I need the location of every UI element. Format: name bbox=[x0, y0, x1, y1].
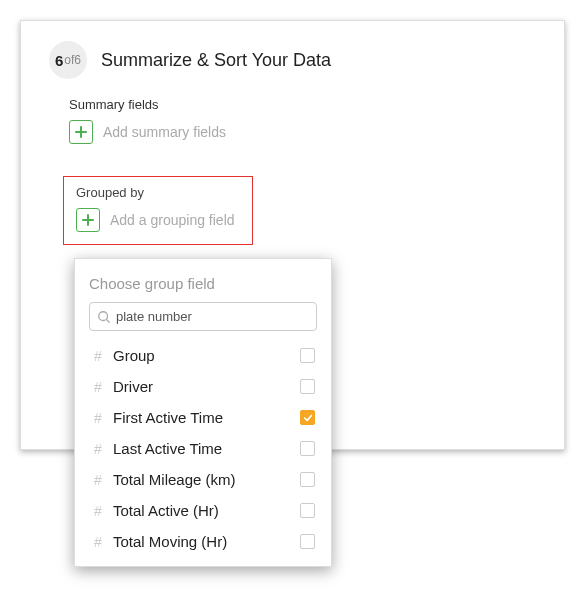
field-row[interactable]: #First Active Time bbox=[89, 403, 317, 432]
field-label: Driver bbox=[113, 378, 292, 395]
add-summary-row[interactable]: Add summary fields bbox=[69, 118, 536, 146]
field-row[interactable]: #Total Active (Hr) bbox=[89, 496, 317, 525]
search-wrap bbox=[89, 302, 317, 331]
plus-icon bbox=[75, 126, 87, 138]
field-label: Total Mileage (km) bbox=[113, 471, 292, 488]
hash-icon: # bbox=[91, 348, 105, 364]
field-checkbox[interactable] bbox=[300, 441, 315, 456]
field-row[interactable]: #Last Active Time bbox=[89, 434, 317, 463]
field-list: #Group#Driver#First Active Time#Last Act… bbox=[89, 341, 317, 556]
field-row[interactable]: #Total Moving (Hr) bbox=[89, 527, 317, 556]
summary-fields-label: Summary fields bbox=[69, 97, 536, 112]
field-checkbox[interactable] bbox=[300, 472, 315, 487]
search-icon bbox=[97, 310, 111, 324]
step-header: 6 of 6 Summarize & Sort Your Data bbox=[49, 41, 536, 79]
field-checkbox[interactable] bbox=[300, 379, 315, 394]
hash-icon: # bbox=[91, 472, 105, 488]
search-input[interactable] bbox=[89, 302, 317, 331]
step-badge: 6 of 6 bbox=[49, 41, 87, 79]
field-label: Total Moving (Hr) bbox=[113, 533, 292, 550]
hash-icon: # bbox=[91, 534, 105, 550]
field-row[interactable]: #Total Mileage (km) bbox=[89, 465, 317, 494]
field-label: First Active Time bbox=[113, 409, 292, 426]
add-summary-placeholder: Add summary fields bbox=[103, 124, 226, 140]
add-grouping-row[interactable]: Add a grouping field bbox=[76, 206, 246, 234]
field-label: Total Active (Hr) bbox=[113, 502, 292, 519]
field-label: Last Active Time bbox=[113, 440, 292, 457]
check-icon bbox=[303, 413, 313, 423]
field-row[interactable]: #Driver bbox=[89, 372, 317, 401]
step-title: Summarize & Sort Your Data bbox=[101, 50, 331, 71]
step-current: 6 bbox=[55, 52, 63, 69]
add-grouping-placeholder: Add a grouping field bbox=[110, 212, 235, 228]
step-total: 6 bbox=[74, 53, 81, 67]
field-checkbox[interactable] bbox=[300, 348, 315, 363]
field-checkbox[interactable] bbox=[300, 534, 315, 549]
add-summary-button[interactable] bbox=[69, 120, 93, 144]
hash-icon: # bbox=[91, 410, 105, 426]
step-sep: of bbox=[64, 53, 74, 67]
field-label: Group bbox=[113, 347, 292, 364]
hash-icon: # bbox=[91, 441, 105, 457]
group-field-popover: Choose group field #Group#Driver#First A… bbox=[74, 258, 332, 567]
grouped-by-block: Grouped by Add a grouping field bbox=[63, 176, 253, 245]
hash-icon: # bbox=[91, 379, 105, 395]
field-checkbox[interactable] bbox=[300, 410, 315, 425]
grouped-by-label: Grouped by bbox=[76, 185, 246, 200]
plus-icon bbox=[82, 214, 94, 226]
hash-icon: # bbox=[91, 503, 105, 519]
add-grouping-button[interactable] bbox=[76, 208, 100, 232]
popover-title: Choose group field bbox=[89, 275, 317, 292]
field-row[interactable]: #Group bbox=[89, 341, 317, 370]
field-checkbox[interactable] bbox=[300, 503, 315, 518]
